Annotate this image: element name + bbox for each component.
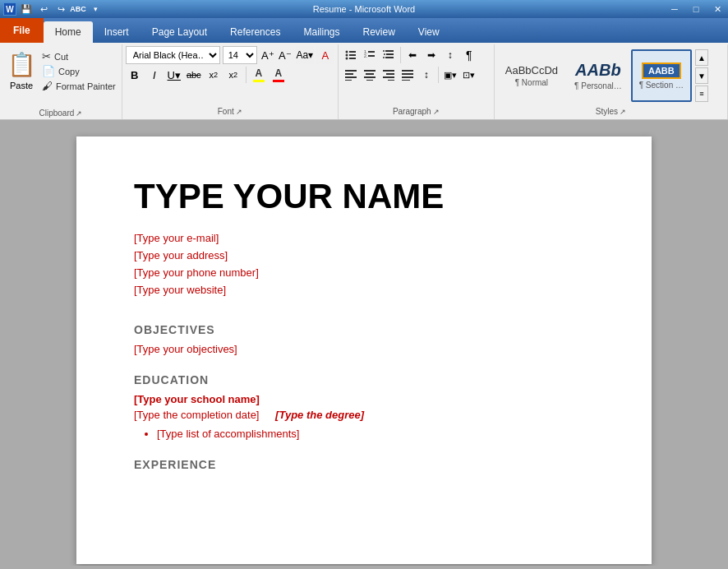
show-formatting-button[interactable]: ¶ [460,46,478,64]
style-section[interactable]: AABB ¶ Section … [631,49,692,102]
tab-mailings[interactable]: Mailings [292,21,351,43]
style-personal[interactable]: AABb ¶ Personal… [567,49,629,102]
document-page[interactable]: TYPE YOUR NAME [Type your e-mail] [Type … [76,136,652,564]
svg-rect-16 [345,70,357,72]
superscript-button[interactable]: x2 [224,66,242,84]
tab-page-layout[interactable]: Page Layout [141,21,219,43]
quick-access-dropdown[interactable]: ▾ [88,2,103,16]
paragraph-row-1: 1.2. ⬅ ➡ ↕ ¶ [342,46,491,64]
clear-formatting-button[interactable]: A [316,46,334,64]
education-heading[interactable]: EDUCATION [134,373,594,386]
styles-scroll-down[interactable]: ▼ [695,67,708,84]
close-button[interactable]: ✕ [707,0,728,18]
borders-button[interactable]: ⊡▾ [460,66,478,84]
font-color-bar [273,80,284,82]
tab-view[interactable]: View [407,21,451,43]
style-normal-preview: AaBbCcDd [505,64,558,76]
align-left-button[interactable] [342,66,360,84]
clipboard-right: ✂ Cut 📄 Copy 🖌 Format Painter [39,46,118,107]
objectives-heading[interactable]: OBJECTIVES [134,323,594,336]
clipboard-expand-icon[interactable]: ↗ [76,109,82,118]
svg-text:2.: 2. [364,53,367,58]
svg-rect-20 [364,70,376,72]
bold-button[interactable]: B [126,66,144,84]
shading-button[interactable]: ▣▾ [441,66,459,84]
bullets-button[interactable] [342,46,360,64]
accomplishment-item[interactable]: [Type list of accomplishments] [157,428,594,440]
svg-rect-9 [368,55,375,57]
multilevel-list-button[interactable] [380,46,398,64]
title-bar: W 💾 ↩ ↪ ABC ▾ Resume - Microsoft Word ─ … [0,0,728,18]
undo-quick-button[interactable]: ↩ [36,2,51,16]
school-name[interactable]: [Type your school name] [134,393,594,405]
redo-quick-button[interactable]: ↪ [53,2,68,16]
tab-home[interactable]: Home [44,21,93,43]
font-size-decrease-button[interactable]: A⁻ [277,46,293,64]
word-icon: W [3,2,16,16]
change-case-button[interactable]: Aa▾ [296,46,314,64]
document-name[interactable]: TYPE YOUR NAME [134,178,594,215]
svg-rect-24 [383,70,394,72]
paste-button[interactable]: 📋 Paste [3,46,39,107]
font-color-button[interactable]: A [270,66,288,84]
spelling-quick-button[interactable]: ABC [71,2,85,16]
styles-scroll: ▲ ▼ ≡ [693,48,710,104]
degree-spacer [265,409,269,421]
style-section-label: ¶ Section … [639,81,684,90]
svg-rect-28 [402,70,413,72]
contact-address[interactable]: [Type your address] [134,247,594,265]
decrease-indent-button[interactable]: ⬅ [403,46,422,64]
underline-button[interactable]: U▾ [165,66,183,84]
sort-button[interactable]: ↕ [441,46,459,64]
font-size-buttons: A⁺ A⁻ [260,46,293,64]
clipboard-group: 📋 Paste ✂ Cut 📄 Copy 🖌 Format Painter [0,44,122,119]
strikethrough-button[interactable]: abc [185,66,203,84]
contact-phone[interactable]: [Type your phone number] [134,265,594,282]
tab-review[interactable]: Review [351,21,406,43]
paste-icon: 📋 [7,48,36,81]
font-size-increase-button[interactable]: A⁺ [260,46,276,64]
increase-indent-button[interactable]: ➡ [422,46,440,64]
svg-rect-26 [383,76,394,78]
divider-para2 [438,67,439,83]
paragraph-expand-icon[interactable]: ↗ [433,108,440,116]
tab-insert[interactable]: Insert [93,21,141,43]
cut-button[interactable]: ✂ Cut [39,49,118,63]
svg-rect-13 [386,53,394,55]
text-highlight-button[interactable]: A [250,66,268,84]
maximize-button[interactable]: □ [685,0,707,18]
contact-website[interactable]: [Type your website] [134,282,594,299]
experience-heading[interactable]: EXPERIENCE [134,458,594,471]
justify-button[interactable] [399,66,417,84]
format-painter-button[interactable]: 🖌 Format Painter [39,79,118,93]
contact-email[interactable]: [Type your e-mail] [134,230,594,247]
align-center-button[interactable] [361,66,379,84]
italic-button[interactable]: I [145,66,164,84]
align-right-button[interactable] [380,66,398,84]
font-family-select[interactable]: Arial Black (Hea… [126,46,220,64]
font-expand-icon[interactable]: ↗ [236,108,242,116]
numbering-button[interactable]: 1.2. [361,46,379,64]
styles-scroll-up[interactable]: ▲ [695,49,708,66]
style-normal[interactable]: AaBbCcDd ¶ Normal [498,49,565,102]
font-size-select[interactable]: 14 [223,46,257,64]
styles-expand-icon[interactable]: ↗ [620,108,626,116]
tab-file[interactable]: File [0,18,44,43]
line-spacing-button[interactable]: ↕ [417,66,435,84]
styles-more[interactable]: ≡ [695,86,708,102]
subscript-button[interactable]: x2 [205,66,223,84]
svg-point-10 [383,50,385,52]
completion-date[interactable]: [Type the completion date] [134,409,259,421]
objectives-body[interactable]: [Type your objectives] [134,343,594,355]
app-title: Resume - Microsoft Word [313,4,416,14]
save-quick-button[interactable]: 💾 [19,2,34,16]
degree-row: [Type the completion date] [Type the deg… [134,409,594,421]
window-controls: ─ □ ✕ [664,0,728,18]
document-area: TYPE YOUR NAME [Type your e-mail] [Type … [0,120,728,566]
tab-references[interactable]: References [219,21,292,43]
svg-rect-23 [366,80,373,81]
degree-text[interactable]: [Type the degree] [275,409,364,421]
minimize-button[interactable]: ─ [664,0,685,18]
copy-button[interactable]: 📄 Copy [39,64,118,78]
svg-rect-25 [386,73,394,75]
